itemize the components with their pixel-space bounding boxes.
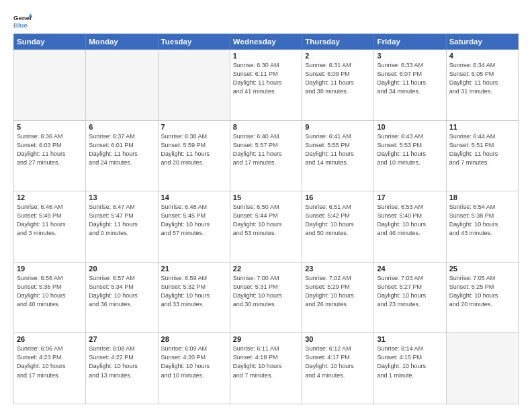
calendar-week-5: 26Sunrise: 6:06 AM Sunset: 4:23 PM Dayli… [14,333,519,404]
day-number: 14 [161,193,227,201]
day-number: 8 [233,123,299,131]
calendar-day: 18Sunrise: 6:54 AM Sunset: 5:38 PM Dayli… [446,191,518,263]
weekday-header-thursday: Thursday [302,34,374,50]
calendar-day: 15Sunrise: 6:50 AM Sunset: 5:44 PM Dayli… [230,191,302,263]
day-number: 3 [377,52,443,60]
day-number: 9 [305,123,371,131]
day-info: Sunrise: 6:37 AM Sunset: 6:01 PM Dayligh… [89,132,154,167]
calendar-day: 7Sunrise: 6:38 AM Sunset: 5:59 PM Daylig… [158,120,230,191]
day-number: 11 [449,123,515,131]
day-number: 22 [233,265,299,273]
day-number: 31 [377,335,443,343]
day-number: 20 [89,265,154,273]
calendar-day: 13Sunrise: 6:47 AM Sunset: 5:47 PM Dayli… [86,191,158,263]
calendar-week-4: 19Sunrise: 6:56 AM Sunset: 5:36 PM Dayli… [14,262,519,333]
day-number: 10 [377,123,443,131]
day-number: 1 [233,52,299,60]
day-info: Sunrise: 6:38 AM Sunset: 5:59 PM Dayligh… [161,132,227,167]
calendar-day: 8Sunrise: 6:40 AM Sunset: 5:57 PM Daylig… [230,120,302,191]
day-number: 7 [161,123,227,131]
day-info: Sunrise: 6:56 AM Sunset: 5:36 PM Dayligh… [17,274,83,309]
day-number: 27 [89,335,154,343]
day-info: Sunrise: 6:54 AM Sunset: 5:38 PM Dayligh… [449,203,515,238]
day-info: Sunrise: 6:43 AM Sunset: 5:53 PM Dayligh… [377,132,443,167]
svg-text:Blue: Blue [13,21,28,29]
day-info: Sunrise: 6:44 AM Sunset: 5:51 PM Dayligh… [449,132,515,167]
day-number: 5 [17,123,83,131]
day-number: 16 [305,193,371,201]
calendar-day: 1Sunrise: 6:30 AM Sunset: 6:11 PM Daylig… [230,50,302,121]
calendar-day: 16Sunrise: 6:51 AM Sunset: 5:42 PM Dayli… [302,191,374,263]
calendar-day: 24Sunrise: 7:03 AM Sunset: 5:27 PM Dayli… [374,262,446,333]
day-number: 2 [305,52,371,60]
day-info: Sunrise: 6:40 AM Sunset: 5:57 PM Dayligh… [233,132,299,167]
calendar-day: 11Sunrise: 6:44 AM Sunset: 5:51 PM Dayli… [446,120,518,191]
day-info: Sunrise: 7:03 AM Sunset: 5:27 PM Dayligh… [377,274,443,309]
weekday-header-sunday: Sunday [14,34,86,50]
logo-icon: General Blue [13,12,32,31]
calendar-day: 2Sunrise: 6:31 AM Sunset: 6:09 PM Daylig… [302,50,374,121]
calendar-day: 5Sunrise: 6:36 AM Sunset: 6:03 PM Daylig… [14,120,86,191]
day-info: Sunrise: 6:50 AM Sunset: 5:44 PM Dayligh… [233,203,299,238]
day-info: Sunrise: 6:47 AM Sunset: 5:47 PM Dayligh… [89,203,154,238]
calendar-day [158,50,230,121]
day-number: 18 [449,193,515,201]
calendar-day: 26Sunrise: 6:06 AM Sunset: 4:23 PM Dayli… [14,333,86,404]
calendar-week-3: 12Sunrise: 6:46 AM Sunset: 5:49 PM Dayli… [14,191,519,263]
calendar-week-2: 5Sunrise: 6:36 AM Sunset: 6:03 PM Daylig… [14,120,519,191]
day-number: 17 [377,193,443,201]
day-number: 6 [89,123,154,131]
weekday-header-wednesday: Wednesday [230,34,302,50]
day-number: 4 [449,52,515,60]
logo: General Blue [13,12,36,31]
calendar-day: 30Sunrise: 6:12 AM Sunset: 4:17 PM Dayli… [302,333,374,404]
calendar-day: 23Sunrise: 7:02 AM Sunset: 5:29 PM Dayli… [302,262,374,333]
calendar-day: 31Sunrise: 6:14 AM Sunset: 4:15 PM Dayli… [374,333,446,404]
calendar-day: 9Sunrise: 6:41 AM Sunset: 5:55 PM Daylig… [302,120,374,191]
day-info: Sunrise: 6:41 AM Sunset: 5:55 PM Dayligh… [305,132,371,167]
calendar-week-1: 1Sunrise: 6:30 AM Sunset: 6:11 PM Daylig… [14,50,519,121]
calendar-day: 12Sunrise: 6:46 AM Sunset: 5:49 PM Dayli… [14,191,86,263]
calendar-day [86,50,158,121]
day-info: Sunrise: 6:36 AM Sunset: 6:03 PM Dayligh… [17,132,83,167]
day-info: Sunrise: 6:46 AM Sunset: 5:49 PM Dayligh… [17,203,83,238]
calendar-header-row: SundayMondayTuesdayWednesdayThursdayFrid… [14,34,519,50]
day-info: Sunrise: 6:34 AM Sunset: 6:05 PM Dayligh… [449,61,515,96]
calendar-day: 14Sunrise: 6:48 AM Sunset: 5:45 PM Dayli… [158,191,230,263]
page: General Blue SundayMondayTuesdayWednesda… [0,0,532,411]
calendar-day: 20Sunrise: 6:57 AM Sunset: 5:34 PM Dayli… [86,262,158,333]
day-info: Sunrise: 6:09 AM Sunset: 4:20 PM Dayligh… [161,345,227,379]
day-info: Sunrise: 6:08 AM Sunset: 4:22 PM Dayligh… [89,345,154,379]
day-info: Sunrise: 6:11 AM Sunset: 4:18 PM Dayligh… [233,345,299,379]
day-number: 19 [17,265,83,273]
calendar-day: 4Sunrise: 6:34 AM Sunset: 6:05 PM Daylig… [446,50,518,121]
day-info: Sunrise: 6:57 AM Sunset: 5:34 PM Dayligh… [89,274,154,309]
calendar-day: 19Sunrise: 6:56 AM Sunset: 5:36 PM Dayli… [14,262,86,333]
day-info: Sunrise: 6:53 AM Sunset: 5:40 PM Dayligh… [377,203,443,238]
day-number: 30 [305,335,371,343]
day-info: Sunrise: 7:05 AM Sunset: 5:25 PM Dayligh… [449,274,515,309]
calendar-day: 25Sunrise: 7:05 AM Sunset: 5:25 PM Dayli… [446,262,518,333]
day-info: Sunrise: 6:14 AM Sunset: 4:15 PM Dayligh… [377,345,443,379]
day-info: Sunrise: 7:02 AM Sunset: 5:29 PM Dayligh… [305,274,371,309]
svg-text:General: General [13,14,32,21]
calendar-day: 10Sunrise: 6:43 AM Sunset: 5:53 PM Dayli… [374,120,446,191]
calendar-day: 6Sunrise: 6:37 AM Sunset: 6:01 PM Daylig… [86,120,158,191]
day-number: 15 [233,193,299,201]
calendar-day: 28Sunrise: 6:09 AM Sunset: 4:20 PM Dayli… [158,333,230,404]
calendar-table: SundayMondayTuesdayWednesdayThursdayFrid… [13,34,519,404]
calendar-day: 17Sunrise: 6:53 AM Sunset: 5:40 PM Dayli… [374,191,446,263]
weekday-header-monday: Monday [86,34,158,50]
calendar-day: 29Sunrise: 6:11 AM Sunset: 4:18 PM Dayli… [230,333,302,404]
day-info: Sunrise: 6:06 AM Sunset: 4:23 PM Dayligh… [17,345,83,379]
day-info: Sunrise: 6:33 AM Sunset: 6:07 PM Dayligh… [377,61,443,96]
day-number: 12 [17,193,83,201]
day-info: Sunrise: 6:30 AM Sunset: 6:11 PM Dayligh… [233,61,299,96]
day-info: Sunrise: 6:59 AM Sunset: 5:32 PM Dayligh… [161,274,227,309]
calendar-day: 3Sunrise: 6:33 AM Sunset: 6:07 PM Daylig… [374,50,446,121]
day-info: Sunrise: 6:48 AM Sunset: 5:45 PM Dayligh… [161,203,227,238]
calendar-day: 27Sunrise: 6:08 AM Sunset: 4:22 PM Dayli… [86,333,158,404]
weekday-header-saturday: Saturday [446,34,518,50]
day-number: 25 [449,265,515,273]
day-info: Sunrise: 6:12 AM Sunset: 4:17 PM Dayligh… [305,345,371,379]
